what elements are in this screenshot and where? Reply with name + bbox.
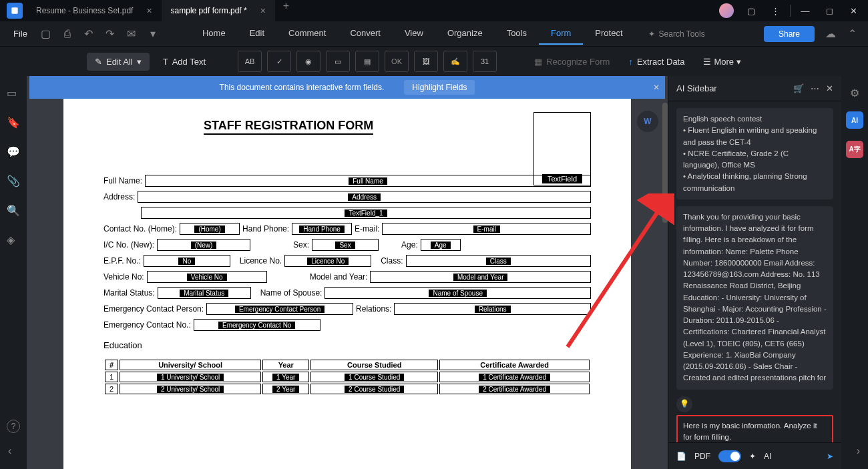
chat-icon[interactable]: ▢ xyxy=(739,0,763,21)
textfield1[interactable]: TextField_1 xyxy=(141,207,591,219)
list-icon[interactable]: ▤ xyxy=(355,51,379,72)
menu-edit[interactable]: Edit xyxy=(238,23,276,45)
more-button[interactable]: ☰More▾ xyxy=(696,57,748,67)
share-button[interactable]: Share xyxy=(764,26,815,42)
ai-icon: ✦ xyxy=(749,452,756,461)
cloud-icon[interactable]: ☁ xyxy=(820,25,841,43)
fullname-field[interactable]: Full Name xyxy=(145,175,591,187)
handphone-field[interactable]: Hand Phone xyxy=(292,223,352,235)
ic-field[interactable]: (New) xyxy=(157,239,250,251)
ai-message: Thank you for providing your basic infor… xyxy=(676,206,833,390)
search-icon[interactable]: 🔍 xyxy=(7,204,20,217)
checkbox-icon[interactable]: ✓ xyxy=(267,51,291,72)
table-row[interactable]: 22 University/ School2 Year2 Course Stud… xyxy=(105,384,590,394)
send-icon[interactable]: ➤ xyxy=(827,452,833,461)
maximize-button[interactable]: ◻ xyxy=(817,0,841,21)
menu-view[interactable]: View xyxy=(393,23,435,45)
search-tools[interactable]: ✦Search Tools xyxy=(648,29,705,39)
collapse-left-icon[interactable]: ‹ xyxy=(8,445,11,457)
thumbnails-icon[interactable]: ▭ xyxy=(7,87,20,100)
tab-sample-form[interactable]: sample pdf form.pdf *× xyxy=(162,0,275,21)
home-field[interactable]: (Home) xyxy=(180,223,240,235)
relations-field[interactable]: Relations xyxy=(394,303,591,315)
undo-icon[interactable]: ↶ xyxy=(78,25,99,43)
vehicle-field[interactable]: Vehicle No xyxy=(147,271,267,283)
text-icon: T xyxy=(163,57,168,67)
tab-resume[interactable]: Resume - Business Set.pdf× xyxy=(27,0,162,21)
radio-icon[interactable]: ◉ xyxy=(296,51,320,72)
close-icon[interactable]: ✕ xyxy=(826,83,833,93)
sliders-icon[interactable]: ⚙ xyxy=(850,87,859,99)
menubar: File ▢ ⎙ ↶ ↷ ✉ ▾ Home Edit Comment Conve… xyxy=(0,21,868,47)
licence-field[interactable]: Licence No xyxy=(284,255,371,267)
epf-field[interactable]: No xyxy=(144,255,230,267)
minimize-button[interactable]: — xyxy=(793,0,817,21)
menu-home[interactable]: Home xyxy=(190,23,238,45)
menu-convert[interactable]: Convert xyxy=(338,23,393,45)
chevron-down-icon[interactable]: ▾ xyxy=(142,25,164,43)
svg-rect-0 xyxy=(11,7,17,13)
redo-icon[interactable]: ↷ xyxy=(99,25,121,43)
menu-organize[interactable]: Organize xyxy=(435,23,495,45)
ai-toggle[interactable] xyxy=(718,450,741,462)
app-icon[interactable] xyxy=(7,3,23,19)
collapse-right-icon[interactable]: › xyxy=(857,445,860,457)
email-field[interactable]: E-mail xyxy=(382,223,591,235)
close-icon[interactable]: × xyxy=(260,5,266,16)
menu-comment[interactable]: Comment xyxy=(276,23,338,45)
cart-icon[interactable]: 🛒 xyxy=(793,83,804,93)
close-button[interactable]: ✕ xyxy=(841,0,865,21)
age-field[interactable]: Age xyxy=(421,239,461,251)
emerg-no-field[interactable]: Emergency Contact No xyxy=(194,319,320,331)
layers-icon[interactable]: ◈ xyxy=(7,233,20,247)
sidebar-title: AI Sidebar xyxy=(676,83,717,93)
model-field[interactable]: Model and Year xyxy=(370,271,591,283)
signature-icon[interactable]: ✍ xyxy=(443,51,467,72)
kebab-icon[interactable]: ⋮ xyxy=(763,0,787,21)
banner-close-icon[interactable]: ✕ xyxy=(649,79,664,96)
bookmark-icon[interactable]: 🔖 xyxy=(7,116,20,129)
marital-field[interactable]: Marital Status xyxy=(158,287,251,299)
menu-icon: ☰ xyxy=(703,57,711,67)
add-text-button[interactable]: TAdd Text xyxy=(155,53,214,71)
attachment-icon[interactable]: 📎 xyxy=(7,175,20,188)
translate-icon[interactable]: A字 xyxy=(846,141,863,158)
extract-data-button[interactable]: ↑Extract Data xyxy=(622,57,691,67)
tabs: Resume - Business Set.pdf× sample pdf fo… xyxy=(27,0,719,21)
education-label: Education xyxy=(103,340,591,350)
close-icon[interactable]: × xyxy=(146,5,152,16)
new-tab-button[interactable]: + xyxy=(275,0,297,21)
ai-badge-icon[interactable]: AI xyxy=(846,111,863,129)
class-field[interactable]: Class xyxy=(406,255,591,267)
idea-icon[interactable]: 💡 xyxy=(676,396,692,412)
recognize-form-button[interactable]: ▦Recognize Form xyxy=(527,57,616,67)
highlight-fields-button[interactable]: Highlight Fields xyxy=(404,80,475,95)
button-field-icon[interactable]: OK xyxy=(385,51,409,72)
save-icon[interactable]: ▢ xyxy=(35,25,57,43)
menu-tools[interactable]: Tools xyxy=(495,23,539,45)
image-field-icon[interactable]: 🖼 xyxy=(414,51,438,72)
sex-field[interactable]: Sex xyxy=(312,239,379,251)
collapse-icon[interactable]: ⌃ xyxy=(841,25,863,43)
menu-protect[interactable]: Protect xyxy=(583,23,634,45)
form-banner: This document contains interactive form … xyxy=(29,76,665,99)
more-icon[interactable]: ⋯ xyxy=(811,83,819,93)
menu-form[interactable]: Form xyxy=(539,23,583,45)
scrollbar[interactable] xyxy=(662,103,668,223)
table-row[interactable]: 11 University/ School1 Year1 Course Stud… xyxy=(105,372,590,382)
avatar[interactable] xyxy=(719,3,734,18)
spouse-field[interactable]: Name of Spouse xyxy=(324,287,591,299)
print-icon[interactable]: ⎙ xyxy=(57,25,78,43)
date-icon[interactable]: 31 xyxy=(473,51,497,72)
word-export-icon[interactable]: W xyxy=(637,111,658,132)
file-menu[interactable]: File xyxy=(5,26,35,41)
comment-icon[interactable]: 💬 xyxy=(7,145,20,159)
mail-icon[interactable]: ✉ xyxy=(121,25,142,43)
help-icon[interactable]: ? xyxy=(7,420,20,433)
dropdown-icon[interactable]: ▭ xyxy=(326,51,350,72)
text-field-icon[interactable]: AB xyxy=(238,51,262,72)
edit-all-button[interactable]: ✎Edit All▾ xyxy=(87,53,150,71)
address-field[interactable]: Address xyxy=(138,191,591,203)
emerg-person-field[interactable]: Emergency Contact Person xyxy=(206,303,353,315)
education-table: #University/ SchoolYearCourse StudiedCer… xyxy=(103,358,591,396)
